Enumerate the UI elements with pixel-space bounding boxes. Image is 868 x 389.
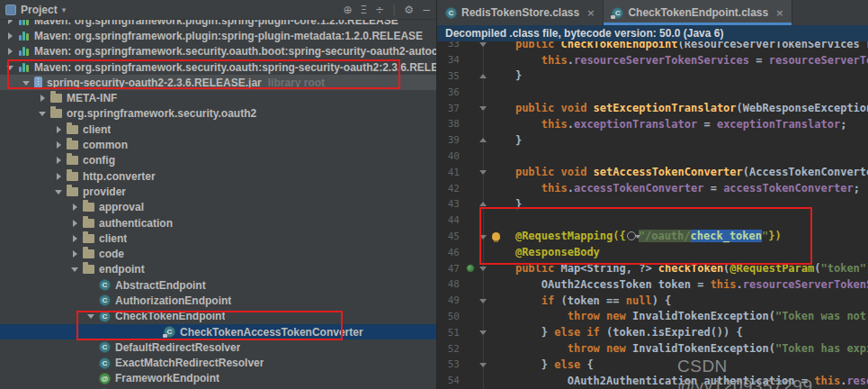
- code-line[interactable]: 42 this.accessTokenConverter = accessTok…: [437, 180, 868, 196]
- gutter: [464, 116, 478, 132]
- tree-item[interactable]: Maven: org.springframework.plugin:spring…: [0, 28, 436, 43]
- gutter: [464, 132, 478, 149]
- tree-item[interactable]: Maven: org.springframework.plugin:spring…: [0, 20, 436, 28]
- fold-marker-icon[interactable]: [479, 363, 487, 367]
- code-line[interactable]: 47 public Map<String, ?> checkToken(@Req…: [437, 260, 868, 276]
- code-line[interactable]: 43 }: [437, 196, 868, 213]
- tree-item[interactable]: provider: [0, 184, 436, 199]
- tree-item[interactable]: CAuthorizationEndpoint: [0, 293, 436, 308]
- locate-file-icon[interactable]: ⊕: [343, 4, 352, 16]
- code-line[interactable]: 52 throw new InvalidTokenException("Toke…: [437, 340, 868, 357]
- tree-item[interactable]: config: [0, 153, 436, 168]
- code-line[interactable]: 40: [437, 149, 868, 165]
- endpoint-gutter-icon[interactable]: [466, 264, 475, 273]
- code-line[interactable]: 45 @RequestMapping({"/oauth/check_token"…: [437, 229, 868, 245]
- folder-icon: [83, 219, 94, 228]
- tree-item[interactable]: CExactMatchRedirectResolver: [0, 356, 436, 371]
- maven-icon: [18, 20, 30, 26]
- fold-marker-icon[interactable]: [479, 330, 487, 335]
- fold-column: [478, 116, 489, 132]
- tree-item-label: client: [83, 123, 111, 136]
- tree-item-label: FrameworkEndpoint: [115, 372, 219, 384]
- fold-marker-icon[interactable]: [479, 202, 487, 206]
- fold-column: [478, 340, 489, 357]
- code-token: accessTokenConverter: [723, 182, 854, 194]
- tree-item[interactable]: Maven: org.springframework.security.oaut…: [0, 59, 436, 75]
- code-token: }): [768, 230, 781, 242]
- tab-checktokenendpoint[interactable]: C CheckTokenEndpoint.class ×: [604, 0, 792, 25]
- fold-marker-icon[interactable]: [479, 106, 487, 111]
- code-line[interactable]: 48 OAuth2AccessToken token = this.resour…: [437, 276, 868, 293]
- expand-all-icon[interactable]: Ξ: [360, 4, 367, 16]
- fold-marker-icon[interactable]: [479, 138, 487, 142]
- fold-marker-icon[interactable]: [479, 170, 487, 175]
- code-line[interactable]: 50 throw new InvalidTokenException("Toke…: [437, 309, 868, 325]
- tree-item[interactable]: http.converter: [0, 168, 436, 184]
- code-token: resourceServerTokenServi: [743, 278, 868, 291]
- tree-item[interactable]: client: [0, 122, 436, 137]
- tree-item-label: Maven: org.springframework.security.oaut…: [34, 61, 436, 74]
- close-icon[interactable]: ×: [586, 7, 595, 19]
- toolbar-separator: |: [392, 4, 396, 16]
- chevron-down-icon[interactable]: ▾: [62, 5, 67, 14]
- code-token: this: [541, 118, 568, 131]
- code-token: exceptionTranslator: [717, 118, 840, 131]
- code-area[interactable]: 33 public CheckTokenEndpoint(ResourceSer…: [437, 36, 868, 389]
- code-token: Map<String, ?>: [560, 262, 658, 275]
- code-line[interactable]: 39 }: [437, 132, 868, 149]
- code-line[interactable]: 35 }: [437, 68, 868, 85]
- folder-icon: [83, 265, 94, 274]
- fold-marker-icon[interactable]: [479, 267, 487, 271]
- tree-item[interactable]: @FrameworkEndpoint: [0, 371, 436, 386]
- settings-gear-icon[interactable]: ⚙: [404, 4, 414, 16]
- tree-item[interactable]: code: [0, 246, 436, 261]
- fold-column: [478, 309, 489, 325]
- intention-bulb-icon[interactable]: [492, 232, 500, 240]
- tree-item[interactable]: authentication: [0, 215, 436, 231]
- tree-item[interactable]: approval: [0, 200, 436, 215]
- code-line[interactable]: 37 public void setExceptionTranslator(We…: [437, 100, 868, 116]
- tree-item[interactable]: CCheckTokenAccessTokenConverter: [0, 324, 436, 339]
- gutter: [464, 324, 478, 340]
- url-mapping-globe-icon[interactable]: [627, 231, 636, 240]
- tree-item[interactable]: CAbstractEndpoint: [0, 277, 436, 293]
- code-line[interactable]: 51 } else if (token.isExpired()) {: [437, 324, 868, 340]
- code-token: }: [489, 198, 522, 211]
- collapse-all-icon[interactable]: ÷: [375, 4, 384, 16]
- tree-item[interactable]: client: [0, 231, 436, 246]
- tree-item[interactable]: spring-security-oauth2-2.3.6.RELEASE.jar…: [0, 75, 436, 90]
- code-line[interactable]: 46 @ResponseBody: [437, 244, 868, 260]
- tree-item[interactable]: CDefaultRedirectResolver: [0, 339, 436, 355]
- code-line[interactable]: 44: [437, 213, 868, 229]
- tab-redistokenstore[interactable]: C RedisTokenStore.class ×: [437, 0, 604, 25]
- gutter: [464, 260, 478, 276]
- line-number: 40: [437, 150, 464, 162]
- code-line[interactable]: 41 public void setAccessTokenConverter(A…: [437, 164, 868, 180]
- tree-item-label: CheckTokenEndpoint: [115, 310, 225, 322]
- line-number: 42: [437, 183, 464, 194]
- hide-panel-icon[interactable]: −: [422, 4, 431, 16]
- code-line[interactable]: 38 this.exceptionTranslator = exceptionT…: [437, 116, 868, 132]
- code-line[interactable]: 34 this.resourceServerTokenServices = re…: [437, 52, 868, 68]
- code-line[interactable]: 36: [437, 84, 868, 100]
- tree-item[interactable]: endpoint: [0, 262, 436, 277]
- code-token: OAuth2Authentication authentication =: [489, 375, 814, 387]
- class-icon: C: [99, 357, 111, 369]
- code-token: else: [554, 358, 580, 371]
- close-icon[interactable]: ×: [775, 7, 783, 19]
- code-line[interactable]: 49 if (token == null) {: [437, 293, 868, 309]
- code-line[interactable]: 54 OAuth2Authentication authentication =…: [437, 373, 868, 389]
- fold-column: [478, 293, 489, 309]
- tree-item[interactable]: Maven: org.springframework.security.oaut…: [0, 44, 436, 59]
- fold-marker-icon[interactable]: [479, 299, 487, 303]
- code-token: }: [489, 134, 522, 147]
- tree-item[interactable]: org.springframework.security.oauth2: [0, 106, 436, 122]
- tree-item[interactable]: CCheckTokenEndpoint: [0, 309, 436, 324]
- class-icon: C: [99, 311, 111, 322]
- code-line[interactable]: 53 } else {: [437, 357, 868, 373]
- tree-item[interactable]: META-INF: [0, 90, 436, 105]
- fold-marker-icon[interactable]: [479, 42, 487, 47]
- tree-item[interactable]: common: [0, 137, 436, 152]
- fold-marker-icon[interactable]: [479, 235, 487, 240]
- fold-marker-icon[interactable]: [479, 74, 487, 78]
